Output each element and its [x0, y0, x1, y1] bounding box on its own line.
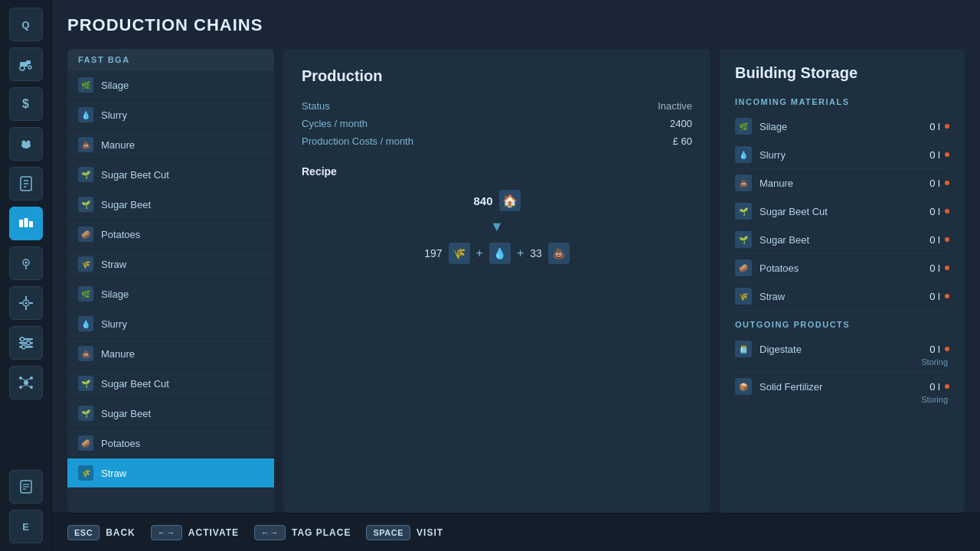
list-item-potatoes-1[interactable]: 🥔 Potatoes — [67, 220, 274, 249]
hotkey-esc: ESC BACK — [67, 525, 136, 540]
list-item-sugarbeetcut-1[interactable]: 🌱 Sugar Beet Cut — [67, 160, 274, 190]
storage-straw-name: Straw — [760, 291, 923, 302]
potatoes-icon-2: 🥔 — [78, 435, 93, 451]
storage-slurry-value: 0 l — [929, 149, 940, 161]
map-icon — [18, 255, 34, 272]
storage-sugarbeetcut-name: Sugar Beet Cut — [760, 206, 923, 217]
visit-key: SPACE — [366, 525, 410, 540]
storage-manure-value: 0 l — [929, 178, 940, 189]
list-item-straw-1[interactable]: 🌾 Straw — [67, 249, 274, 279]
tagplace-label: TAG PLACE — [292, 527, 351, 538]
list-item-straw-2[interactable]: 🌾 Straw — [67, 458, 274, 488]
recipe-output-amount: 840 — [473, 194, 492, 207]
recipe-input1-icon: 🌾 — [449, 243, 470, 264]
list-item-manure-2[interactable]: 💩 Manure — [67, 339, 274, 369]
e-icon: E — [22, 521, 29, 533]
sugarbeet-icon-2: 🌱 — [78, 406, 93, 421]
sidebar-btn-guide[interactable] — [9, 470, 43, 504]
sidebar-btn-map[interactable] — [9, 246, 43, 280]
storage-sugarbeet-dot — [945, 237, 949, 242]
storage-item-straw: 🌾 Straw 0 l — [735, 282, 949, 311]
list-item-potatoes-2[interactable]: 🥔 Potatoes — [67, 429, 274, 458]
main-content: PRODUCTION CHAINS FAST BGA 🌿 Silage 💧 Sl… — [52, 0, 980, 551]
silage-icon-2: 🌿 — [78, 286, 93, 302]
sidebar-btn-production[interactable] — [9, 207, 43, 240]
list-item-slurry-2[interactable]: 💧 Slurry — [67, 309, 274, 339]
panels-row: FAST BGA 🌿 Silage 💧 Slurry 💩 Manure 🌱 Su… — [67, 49, 965, 513]
storage-potatoes-value: 0 l — [929, 262, 940, 274]
list-group-header: FAST BGA — [67, 49, 274, 70]
cycles-value: 2400 — [670, 118, 692, 129]
storage-solidfertilizer-value: 0 l — [929, 381, 940, 393]
storage-straw-icon: 🌾 — [735, 288, 752, 305]
hotkey-activate: ←→ ACTIVATE — [151, 525, 239, 540]
sidebar-btn-machinery[interactable] — [9, 286, 43, 320]
storage-manure-dot — [945, 181, 949, 185]
sidebar-btn-tractor[interactable] — [9, 47, 43, 81]
storage-item-slurry: 💧 Slurry 0 l — [735, 141, 949, 169]
recipe-plus-1: + — [476, 246, 483, 260]
storage-sugarbeetcut-icon: 🌱 — [735, 203, 752, 220]
storage-sugarbeet-icon: 🌱 — [735, 231, 752, 248]
storage-straw-value: 0 l — [929, 291, 940, 302]
recipe-input2-amount: 33 — [530, 247, 542, 259]
list-item-manure-1[interactable]: 💩 Manure — [67, 130, 274, 160]
sugarbeet-icon-1: 🌱 — [78, 197, 93, 212]
sidebar-btn-e[interactable]: E — [9, 510, 43, 543]
list-item-silage-2[interactable]: 🌿 Silage — [67, 279, 274, 309]
guide-icon — [18, 478, 34, 495]
slurry-icon-1: 💧 — [78, 107, 93, 122]
storage-solidfertilizer-dot — [945, 384, 949, 389]
storage-sugarbeet-name: Sugar Beet — [760, 234, 923, 246]
activate-label: ACTIVATE — [188, 527, 239, 538]
recipe-plus-2: + — [517, 246, 524, 260]
list-item-sugarbeetcut-2[interactable]: 🌱 Sugar Beet Cut — [67, 369, 274, 399]
machinery-icon — [18, 295, 34, 311]
storage-item-manure: 💩 Manure 0 l — [735, 169, 949, 197]
svg-point-5 — [21, 141, 25, 145]
esc-label: BACK — [106, 527, 136, 538]
recipe-section: Recipe 840 🏠 ▼ 197 🌾 + 💧 — [302, 165, 692, 264]
visit-label: VISIT — [416, 527, 443, 538]
svg-point-26 — [20, 337, 24, 341]
sidebar-btn-animals[interactable] — [9, 127, 43, 161]
nodes-icon — [18, 374, 34, 391]
storage-item-potatoes: 🥔 Potatoes 0 l — [735, 254, 949, 282]
storage-manure-icon: 💩 — [735, 174, 752, 191]
sugarbeetcut-icon-1: 🌱 — [78, 167, 93, 182]
storage-item-silage: 🌿 Silage 0 l — [735, 112, 949, 141]
list-item-slurry-1[interactable]: 💧 Slurry — [67, 100, 274, 130]
storage-manure-name: Manure — [760, 178, 923, 189]
sidebar-btn-settings[interactable] — [9, 326, 43, 360]
tagplace-key: ←→ — [254, 525, 286, 540]
sidebar-btn-nodes[interactable] — [9, 366, 43, 399]
storage-slurry-name: Slurry — [760, 149, 923, 161]
recipe-display: 840 🏠 ▼ 197 🌾 + 💧 + 33 💩 — [302, 190, 692, 264]
recipe-output: 840 🏠 — [473, 190, 520, 211]
list-item-silage-1[interactable]: 🌿 Silage — [67, 70, 274, 100]
esc-key: ESC — [67, 525, 100, 540]
incoming-title: INCOMING MATERIALS — [735, 97, 949, 106]
bottom-bar: ESC BACK ←→ ACTIVATE ←→ TAG PLACE SPACE … — [52, 513, 980, 551]
svg-point-28 — [21, 345, 25, 349]
list-item-sugarbeet-2[interactable]: 🌱 Sugar Beet — [67, 399, 274, 429]
storage-item-digestate: 🫙 Digestate 0 l Storing — [735, 335, 949, 373]
sidebar-btn-q[interactable]: Q — [9, 8, 43, 41]
list-item-sugarbeet-1[interactable]: 🌱 Sugar Beet — [67, 190, 274, 220]
storage-potatoes-dot — [945, 266, 949, 270]
status-row: Status Inactive — [302, 100, 692, 112]
sidebar-btn-economy[interactable]: $ — [9, 87, 43, 121]
sidebar-btn-contracts[interactable] — [9, 167, 43, 201]
animal-icon — [18, 135, 34, 152]
svg-rect-12 — [24, 218, 28, 227]
storage-solidfertilizer-sub: Storing — [735, 395, 949, 404]
storage-title: Building Storage — [735, 64, 949, 82]
recipe-arrow: ▼ — [490, 219, 504, 235]
svg-rect-3 — [26, 60, 31, 64]
recipe-input3-icon: 💩 — [548, 243, 570, 264]
costs-value: £ 60 — [673, 135, 692, 147]
recipe-input1-amount: 197 — [424, 247, 442, 259]
storage-digestate-sub: Storing — [735, 357, 949, 367]
svg-point-6 — [26, 141, 30, 145]
outgoing-title: OUTGOING PRODUCTS — [735, 320, 949, 329]
